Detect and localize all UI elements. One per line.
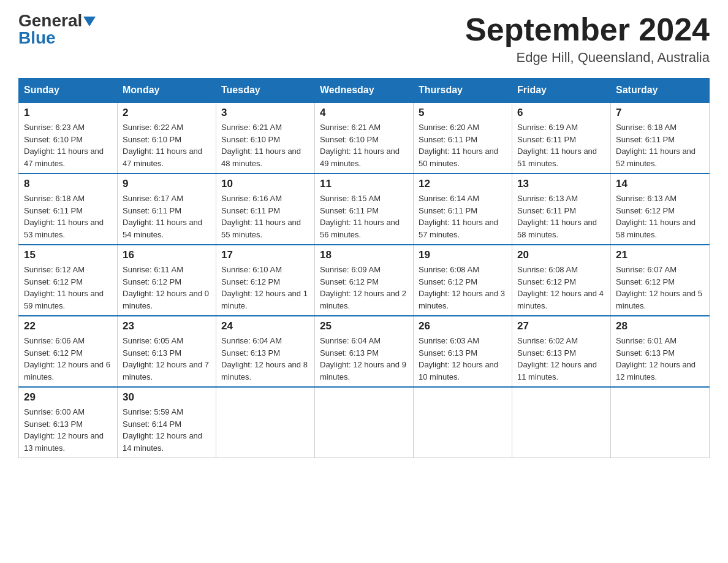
week-row-1: 1Sunrise: 6:23 AMSunset: 6:10 PMDaylight… <box>19 102 710 174</box>
logo-general: General <box>18 12 82 29</box>
day-cell: 4Sunrise: 6:21 AMSunset: 6:10 PMDaylight… <box>315 102 414 174</box>
day-cell: 6Sunrise: 6:19 AMSunset: 6:11 PMDaylight… <box>512 102 611 174</box>
day-number: 1 <box>24 107 112 119</box>
day-cell: 26Sunrise: 6:03 AMSunset: 6:13 PMDayligh… <box>414 316 512 387</box>
day-info: Sunrise: 6:16 AMSunset: 6:11 PMDaylight:… <box>221 193 309 240</box>
day-info: Sunrise: 5:59 AMSunset: 6:14 PMDaylight:… <box>123 406 211 454</box>
day-cell: 30Sunrise: 5:59 AMSunset: 6:14 PMDayligh… <box>118 387 216 458</box>
day-number: 4 <box>320 107 408 119</box>
day-cell: 16Sunrise: 6:11 AMSunset: 6:12 PMDayligh… <box>118 245 216 316</box>
day-cell <box>216 387 315 458</box>
day-info: Sunrise: 6:12 AMSunset: 6:12 PMDaylight:… <box>24 264 112 312</box>
calendar-table: SundayMondayTuesdayWednesdayThursdayFrid… <box>18 78 710 458</box>
day-info: Sunrise: 6:23 AMSunset: 6:10 PMDaylight:… <box>24 121 112 169</box>
day-cell <box>611 387 710 458</box>
location-title: Edge Hill, Queensland, Australia <box>465 50 710 66</box>
day-number: 13 <box>517 178 605 190</box>
page-header: General Blue September 2024 Edge Hill, Q… <box>18 12 710 66</box>
day-cell: 14Sunrise: 6:13 AMSunset: 6:12 PMDayligh… <box>611 174 710 245</box>
day-cell: 10Sunrise: 6:16 AMSunset: 6:11 PMDayligh… <box>216 174 315 245</box>
day-cell: 7Sunrise: 6:18 AMSunset: 6:11 PMDaylight… <box>611 102 710 174</box>
day-info: Sunrise: 6:08 AMSunset: 6:12 PMDaylight:… <box>517 264 605 312</box>
day-cell: 5Sunrise: 6:20 AMSunset: 6:11 PMDaylight… <box>414 102 512 174</box>
week-row-5: 29Sunrise: 6:00 AMSunset: 6:13 PMDayligh… <box>19 387 710 458</box>
day-cell: 8Sunrise: 6:18 AMSunset: 6:11 PMDaylight… <box>19 174 118 245</box>
day-info: Sunrise: 6:10 AMSunset: 6:12 PMDaylight:… <box>221 264 309 312</box>
day-info: Sunrise: 6:05 AMSunset: 6:13 PMDaylight:… <box>123 335 211 383</box>
header-tuesday: Tuesday <box>216 79 315 103</box>
day-cell: 23Sunrise: 6:05 AMSunset: 6:13 PMDayligh… <box>118 316 216 387</box>
day-info: Sunrise: 6:03 AMSunset: 6:13 PMDaylight:… <box>419 335 507 383</box>
day-info: Sunrise: 6:00 AMSunset: 6:13 PMDaylight:… <box>24 406 112 454</box>
header-saturday: Saturday <box>611 79 710 103</box>
day-cell: 17Sunrise: 6:10 AMSunset: 6:12 PMDayligh… <box>216 245 315 316</box>
day-cell: 20Sunrise: 6:08 AMSunset: 6:12 PMDayligh… <box>512 245 611 316</box>
day-info: Sunrise: 6:04 AMSunset: 6:13 PMDaylight:… <box>320 335 408 383</box>
day-cell <box>512 387 611 458</box>
day-info: Sunrise: 6:18 AMSunset: 6:11 PMDaylight:… <box>616 121 704 169</box>
day-cell: 11Sunrise: 6:15 AMSunset: 6:11 PMDayligh… <box>315 174 414 245</box>
day-cell: 19Sunrise: 6:08 AMSunset: 6:12 PMDayligh… <box>414 245 512 316</box>
day-cell <box>315 387 414 458</box>
day-info: Sunrise: 6:13 AMSunset: 6:11 PMDaylight:… <box>517 193 605 240</box>
title-area: September 2024 Edge Hill, Queensland, Au… <box>465 12 710 66</box>
day-info: Sunrise: 6:21 AMSunset: 6:10 PMDaylight:… <box>320 121 408 169</box>
day-cell: 2Sunrise: 6:22 AMSunset: 6:10 PMDaylight… <box>118 102 216 174</box>
day-info: Sunrise: 6:11 AMSunset: 6:12 PMDaylight:… <box>123 264 211 312</box>
week-row-3: 15Sunrise: 6:12 AMSunset: 6:12 PMDayligh… <box>19 245 710 316</box>
day-number: 27 <box>517 320 605 332</box>
day-cell: 15Sunrise: 6:12 AMSunset: 6:12 PMDayligh… <box>19 245 118 316</box>
day-number: 8 <box>24 178 112 190</box>
header-sunday: Sunday <box>19 79 118 103</box>
day-cell: 18Sunrise: 6:09 AMSunset: 6:12 PMDayligh… <box>315 245 414 316</box>
day-number: 18 <box>320 249 408 261</box>
day-number: 24 <box>221 320 309 332</box>
day-number: 21 <box>616 249 704 261</box>
day-cell: 3Sunrise: 6:21 AMSunset: 6:10 PMDaylight… <box>216 102 315 174</box>
day-info: Sunrise: 6:07 AMSunset: 6:12 PMDaylight:… <box>616 264 704 312</box>
day-number: 23 <box>123 320 211 332</box>
svg-marker-0 <box>83 17 96 26</box>
day-number: 19 <box>419 249 507 261</box>
day-info: Sunrise: 6:18 AMSunset: 6:11 PMDaylight:… <box>24 193 112 240</box>
day-info: Sunrise: 6:08 AMSunset: 6:12 PMDaylight:… <box>419 264 507 312</box>
day-number: 2 <box>123 107 211 119</box>
day-number: 9 <box>123 178 211 190</box>
day-info: Sunrise: 6:01 AMSunset: 6:13 PMDaylight:… <box>616 335 704 383</box>
header-wednesday: Wednesday <box>315 79 414 103</box>
header-monday: Monday <box>118 79 216 103</box>
day-number: 17 <box>221 249 309 261</box>
day-info: Sunrise: 6:21 AMSunset: 6:10 PMDaylight:… <box>221 121 309 169</box>
day-cell: 9Sunrise: 6:17 AMSunset: 6:11 PMDaylight… <box>118 174 216 245</box>
day-info: Sunrise: 6:22 AMSunset: 6:10 PMDaylight:… <box>123 121 211 169</box>
day-number: 29 <box>24 391 112 404</box>
day-number: 3 <box>221 107 309 119</box>
day-number: 5 <box>419 107 507 119</box>
day-number: 7 <box>616 107 704 119</box>
day-number: 10 <box>221 178 309 190</box>
day-info: Sunrise: 6:09 AMSunset: 6:12 PMDaylight:… <box>320 264 408 312</box>
day-cell: 12Sunrise: 6:14 AMSunset: 6:11 PMDayligh… <box>414 174 512 245</box>
day-cell: 27Sunrise: 6:02 AMSunset: 6:13 PMDayligh… <box>512 316 611 387</box>
day-info: Sunrise: 6:06 AMSunset: 6:12 PMDaylight:… <box>24 335 112 383</box>
day-number: 30 <box>123 391 211 404</box>
day-number: 26 <box>419 320 507 332</box>
month-title: September 2024 <box>465 12 710 47</box>
day-number: 16 <box>123 249 211 261</box>
day-cell: 24Sunrise: 6:04 AMSunset: 6:13 PMDayligh… <box>216 316 315 387</box>
logo-triangle-icon <box>83 17 96 26</box>
day-info: Sunrise: 6:14 AMSunset: 6:11 PMDaylight:… <box>419 193 507 240</box>
week-row-4: 22Sunrise: 6:06 AMSunset: 6:12 PMDayligh… <box>19 316 710 387</box>
day-cell: 29Sunrise: 6:00 AMSunset: 6:13 PMDayligh… <box>19 387 118 458</box>
day-number: 22 <box>24 320 112 332</box>
logo: General Blue <box>18 12 96 47</box>
day-cell: 28Sunrise: 6:01 AMSunset: 6:13 PMDayligh… <box>611 316 710 387</box>
day-info: Sunrise: 6:02 AMSunset: 6:13 PMDaylight:… <box>517 335 605 383</box>
header-thursday: Thursday <box>414 79 512 103</box>
week-row-2: 8Sunrise: 6:18 AMSunset: 6:11 PMDaylight… <box>19 174 710 245</box>
day-number: 12 <box>419 178 507 190</box>
day-info: Sunrise: 6:17 AMSunset: 6:11 PMDaylight:… <box>123 193 211 240</box>
day-info: Sunrise: 6:20 AMSunset: 6:11 PMDaylight:… <box>419 121 507 169</box>
day-cell: 1Sunrise: 6:23 AMSunset: 6:10 PMDaylight… <box>19 102 118 174</box>
day-info: Sunrise: 6:13 AMSunset: 6:12 PMDaylight:… <box>616 193 704 240</box>
